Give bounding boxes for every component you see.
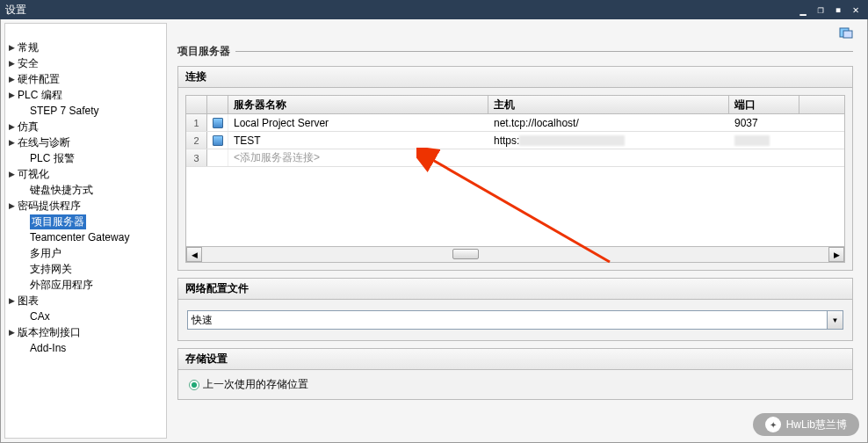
sidebar-item-Add-Ins[interactable]: Add-Ins	[5, 340, 166, 356]
arrow-collapsed-icon[interactable]: ▶	[9, 201, 18, 210]
arrow-collapsed-icon[interactable]: ▶	[9, 122, 18, 131]
sidebar-item-常规[interactable]: ▶常规	[5, 40, 166, 55]
sidebar-item-外部应用程序[interactable]: 外部应用程序	[5, 277, 166, 293]
network-profile-panel: 网络配置文件 快速 ▼	[177, 278, 853, 341]
header-iconcell	[207, 96, 228, 113]
sidebar-item-label: 多用户	[30, 246, 61, 261]
cell-server-name[interactable]: TEST	[228, 132, 488, 149]
network-profile-value: 快速	[192, 313, 213, 328]
scroll-thumb[interactable]	[452, 249, 479, 259]
row-icon-cell	[207, 114, 228, 131]
sidebar-item-label: 仿真	[18, 120, 39, 134]
arrow-collapsed-icon[interactable]: ▶	[9, 328, 18, 337]
redacted-port	[734, 135, 770, 146]
sidebar-item-多用户[interactable]: 多用户	[5, 245, 166, 261]
server-grid: 服务器名称 主机 端口 1Local Project Servernet.tcp…	[185, 95, 845, 263]
sidebar-item-label: 键盘快捷方式	[30, 183, 93, 198]
sidebar-item-label: PLC 编程	[18, 88, 62, 103]
sidebar-item-键盘快捷方式[interactable]: 键盘快捷方式	[5, 182, 166, 198]
restore-button[interactable]: ❐	[814, 4, 828, 16]
network-profile-select[interactable]: 快速	[187, 310, 828, 330]
sidebar-item-label: 在线与诊断	[18, 135, 70, 150]
sidebar-item-label: 支持网关	[30, 262, 72, 277]
watermark: ✦ HwLib慧兰博	[753, 413, 859, 436]
section-title-row: 项目服务器	[177, 44, 853, 59]
network-select-row: 快速 ▼	[187, 310, 843, 330]
cell-server-name[interactable]: <添加服务器连接>	[228, 149, 488, 166]
sidebar-item-可视化[interactable]: ▶可视化	[5, 166, 166, 182]
storage-radio-row[interactable]: 上一次使用的存储位置	[184, 374, 847, 396]
window-controls: ▁ ❐ ▪ ✕	[796, 4, 863, 16]
sidebar-item-label: 图表	[18, 294, 39, 309]
sidebar-item-label: 密码提供程序	[18, 199, 81, 214]
sidebar-item-label: Add-Ins	[30, 342, 66, 354]
sidebar-item-label: STEP 7 Safety	[30, 105, 99, 117]
add-server-row[interactable]: 3<添加服务器连接>	[186, 149, 844, 167]
small-close-button[interactable]: ▪	[831, 4, 845, 16]
cell-port[interactable]: 9037	[729, 114, 799, 131]
col-server-name[interactable]: 服务器名称	[228, 96, 488, 113]
cell-host[interactable]: https:	[488, 132, 729, 149]
sidebar-item-label: 常规	[18, 40, 39, 55]
sidebar-item-硬件配置[interactable]: ▶硬件配置	[5, 71, 166, 87]
sidebar-item-CAx[interactable]: CAx	[5, 309, 166, 324]
sidebar-item-label: Teamcenter Gateway	[30, 231, 129, 243]
sidebar-item-PLC 编程[interactable]: ▶PLC 编程	[5, 87, 166, 103]
arrow-collapsed-icon[interactable]: ▶	[9, 91, 18, 99]
sidebar-item-label: 可视化	[18, 167, 49, 182]
connection-panel-header: 连接	[178, 67, 852, 88]
sidebar-item-PLC 报警[interactable]: PLC 报警	[5, 150, 166, 166]
sidebar-item-label: 项目服务器	[30, 214, 86, 229]
col-port[interactable]: 端口	[729, 96, 799, 113]
properties-icon[interactable]	[839, 26, 853, 39]
sidebar-item-STEP 7 Safety[interactable]: STEP 7 Safety	[5, 103, 166, 119]
window-title: 设置	[5, 3, 796, 18]
cell-port[interactable]	[729, 149, 799, 166]
watermark-text: HwLib慧兰博	[786, 418, 847, 432]
arrow-collapsed-icon[interactable]: ▶	[9, 43, 18, 52]
redacted-host	[519, 135, 625, 146]
radio-selected-icon[interactable]	[189, 380, 199, 390]
scroll-left-button[interactable]: ◀	[186, 247, 202, 262]
cell-host[interactable]: net.tcp://localhost/	[488, 114, 729, 131]
cell-port[interactable]	[729, 132, 799, 149]
sidebar-item-在线与诊断[interactable]: ▶在线与诊断	[5, 134, 166, 150]
server-row[interactable]: 2TESThttps:	[186, 132, 844, 149]
storage-panel-header: 存储设置	[178, 349, 852, 370]
sidebar-item-图表[interactable]: ▶图表	[5, 293, 166, 309]
sidebar-item-仿真[interactable]: ▶仿真	[5, 119, 166, 134]
sidebar-item-Teamcenter Gateway[interactable]: Teamcenter Gateway	[5, 229, 166, 245]
connection-panel: 连接 服务器名称 主机 端口 1Local Project Servernet.…	[177, 66, 853, 271]
arrow-collapsed-icon[interactable]: ▶	[9, 138, 18, 147]
sidebar-item-版本控制接口[interactable]: ▶版本控制接口	[5, 324, 166, 340]
storage-radio-label: 上一次使用的存储位置	[203, 377, 308, 392]
row-number: 3	[186, 149, 207, 166]
server-icon	[213, 135, 223, 146]
server-row[interactable]: 1Local Project Servernet.tcp://localhost…	[186, 114, 844, 132]
settings-sidebar: ▶常规▶安全▶硬件配置▶PLC 编程STEP 7 Safety▶仿真▶在线与诊断…	[4, 23, 167, 439]
chevron-down-icon[interactable]: ▼	[828, 310, 843, 330]
sidebar-item-密码提供程序[interactable]: ▶密码提供程序	[5, 198, 166, 214]
svg-rect-1	[843, 31, 852, 38]
content-area: 项目服务器 连接 服务器名称 主机 端口 1Local Project Serv…	[167, 23, 864, 439]
arrow-collapsed-icon[interactable]: ▶	[9, 75, 18, 84]
wechat-icon: ✦	[765, 417, 781, 432]
close-button[interactable]: ✕	[849, 4, 863, 16]
minimize-button[interactable]: ▁	[796, 4, 810, 16]
scroll-track[interactable]	[202, 247, 828, 262]
row-icon-cell	[207, 149, 228, 166]
arrow-collapsed-icon[interactable]: ▶	[9, 296, 18, 305]
sidebar-item-支持网关[interactable]: 支持网关	[5, 261, 166, 277]
cell-server-name[interactable]: Local Project Server	[228, 114, 488, 131]
sidebar-item-安全[interactable]: ▶安全	[5, 55, 166, 71]
main-container: ▶常规▶安全▶硬件配置▶PLC 编程STEP 7 Safety▶仿真▶在线与诊断…	[0, 19, 868, 443]
row-number: 1	[186, 114, 207, 131]
arrow-collapsed-icon[interactable]: ▶	[9, 59, 18, 68]
scroll-right-button[interactable]: ▶	[828, 247, 844, 262]
cell-host[interactable]	[488, 149, 729, 166]
horizontal-scrollbar[interactable]: ◀ ▶	[186, 246, 844, 262]
sidebar-item-项目服务器[interactable]: 项目服务器	[5, 214, 166, 229]
arrow-collapsed-icon[interactable]: ▶	[9, 170, 18, 178]
col-host[interactable]: 主机	[488, 96, 729, 113]
server-icon	[213, 118, 223, 128]
